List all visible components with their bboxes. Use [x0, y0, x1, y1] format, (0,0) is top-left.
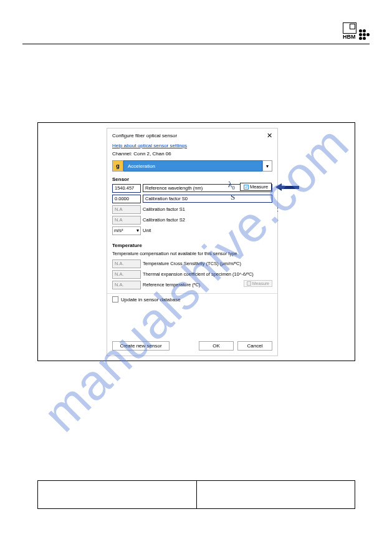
- calib-s2-input: [112, 216, 141, 225]
- update-db-label: Update in sensor database: [121, 297, 181, 303]
- lambda-annotation: λ0: [228, 180, 235, 191]
- dropdown-value: Acceleration: [123, 160, 262, 172]
- calib-s2-label: Calibration factor S2: [143, 217, 272, 223]
- cancel-button[interactable]: Cancel: [237, 341, 272, 351]
- temperature-heading: Temperature: [107, 241, 277, 249]
- bottom-cell-left: [38, 481, 197, 508]
- help-link[interactable]: Help about optical sensor settings: [107, 143, 277, 151]
- tcs-label: Temperature Cross Sensitivity (TCS) (µm/…: [143, 261, 272, 266]
- ok-button[interactable]: OK: [199, 341, 234, 351]
- close-icon[interactable]: ✕: [267, 132, 272, 140]
- dialog-title: Configure fiber optical sensor: [112, 133, 177, 138]
- unit-select[interactable]: m/s² ▾: [112, 226, 141, 235]
- calib-s1-input: [112, 205, 141, 214]
- s-annotation: S: [231, 192, 235, 202]
- create-sensor-button[interactable]: Create new sensor: [112, 341, 170, 351]
- channel-label: Channel: Conn 2, Chan 06: [107, 151, 277, 160]
- temperature-note: Temperature compensation not available f…: [107, 249, 277, 259]
- thermal-exp-input: [112, 270, 141, 279]
- update-db-checkbox[interactable]: [112, 296, 118, 303]
- check-icon: ✓: [244, 185, 249, 190]
- logo-dots-icon: [359, 29, 370, 40]
- tcs-input: [112, 259, 141, 268]
- checkbox-disabled-icon: [247, 281, 251, 286]
- ref-wavelength-input[interactable]: [112, 184, 141, 193]
- figure-frame: Configure fiber optical sensor ✕ Help ab…: [37, 122, 355, 361]
- bottom-cell-right: [197, 481, 355, 508]
- calib-s0-label: Calibration factor S0: [143, 195, 272, 203]
- arrow-callout-icon: [275, 184, 299, 190]
- measure-button[interactable]: ✓ Measure: [240, 183, 272, 191]
- calib-s0-input[interactable]: [112, 195, 141, 203]
- thermal-exp-label: Thermal expansion coefficient of specime…: [143, 271, 272, 277]
- logo-box-icon: [343, 22, 356, 34]
- unit-label: Unit: [143, 228, 272, 233]
- bottom-table: [37, 480, 355, 509]
- sensor-type-dropdown[interactable]: g Acceleration ▾: [112, 160, 272, 172]
- chevron-down-icon[interactable]: ▾: [262, 160, 272, 172]
- chevron-down-icon: ▾: [136, 228, 139, 233]
- calib-s1-label: Calibration factor S1: [143, 206, 272, 212]
- config-dialog: Configure fiber optical sensor ✕ Help ab…: [107, 128, 278, 356]
- measure-button-disabled: Measure: [244, 280, 272, 287]
- logo-text: HBM: [343, 34, 356, 40]
- ref-temp-input: [112, 281, 141, 289]
- header-divider: [22, 44, 370, 44]
- colon-mark: :: [277, 206, 279, 213]
- dropdown-badge-icon: g: [112, 160, 123, 172]
- hbm-logo: HBM: [343, 22, 370, 40]
